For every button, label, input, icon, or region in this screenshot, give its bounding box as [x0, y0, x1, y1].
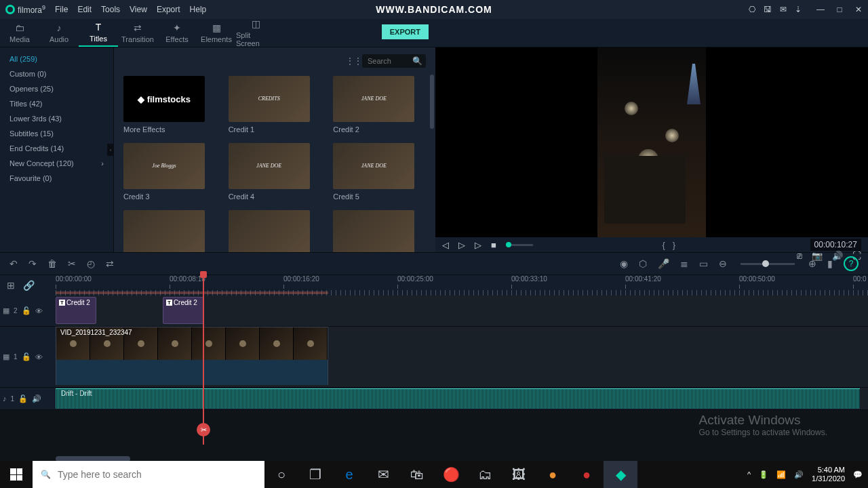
sidebar-item-openers[interactable]: Openers (25): [0, 81, 113, 96]
sidebar-item-favourite[interactable]: Favourite (0): [0, 171, 113, 186]
clip-audio[interactable]: Drift - Drift: [56, 388, 860, 409]
lock-icon[interactable]: 🔓: [22, 306, 31, 315]
sidebar-item-all[interactable]: All (259): [0, 52, 113, 66]
undo-button[interactable]: ↶: [9, 258, 18, 269]
menu-tools[interactable]: Tools: [101, 5, 120, 14]
sidebar-item-custom[interactable]: Custom (0): [0, 66, 113, 81]
systray-chevron-icon[interactable]: ^: [747, 470, 751, 479]
start-button[interactable]: [0, 461, 33, 488]
message-icon[interactable]: ✉: [780, 5, 787, 14]
menu-file[interactable]: File: [55, 5, 68, 14]
eye-icon[interactable]: 👁: [35, 353, 43, 361]
eye-icon[interactable]: 👁: [35, 307, 43, 315]
link-icon[interactable]: 🔗: [23, 280, 35, 291]
asset-more-effects[interactable]: ◆ filmstocks More Effects: [123, 76, 216, 134]
help-button[interactable]: ?: [844, 256, 859, 271]
systray-wifi-icon[interactable]: 📶: [776, 470, 786, 479]
grid-view-icon[interactable]: ⋮⋮⋮: [346, 56, 355, 66]
taskbar-app1[interactable]: ●: [536, 461, 570, 488]
tab-audio[interactable]: ♪Audio: [39, 19, 79, 47]
mixer-icon[interactable]: ≣: [680, 258, 688, 269]
lock-icon[interactable]: 🔓: [22, 352, 31, 361]
aspect-icon[interactable]: ▭: [699, 258, 708, 269]
taskbar-taskview[interactable]: ❐: [298, 461, 332, 488]
zoom-in-button[interactable]: ⊕: [808, 258, 816, 269]
tab-transition[interactable]: ⇄Transition: [118, 19, 157, 47]
search-icon[interactable]: 🔍: [412, 56, 422, 66]
mic-icon[interactable]: ⇣: [795, 5, 802, 14]
taskbar-explorer[interactable]: 🗂: [468, 461, 502, 488]
asset-credit-8[interactable]: [333, 210, 426, 252]
track-content-t2[interactable]: TCredit 2 TCredit 2: [56, 296, 868, 326]
asset-credit-3[interactable]: Joe Bloggs Credit 3: [123, 143, 216, 201]
track-head-v1[interactable]: ▦ 1 🔓 👁: [0, 327, 56, 387]
maximize-button[interactable]: □: [835, 5, 844, 14]
track-content-v1[interactable]: VID_20191231_232347: [56, 327, 868, 387]
sidebar-item-lower3rds[interactable]: Lower 3rds (43): [0, 111, 113, 126]
taskbar-edge[interactable]: е: [332, 461, 366, 488]
play-button[interactable]: ▷: [458, 240, 465, 250]
sidebar-item-endcredits[interactable]: End Credits (14): [0, 141, 113, 156]
tab-elements[interactable]: ▦Elements: [197, 19, 236, 47]
asset-credit-7[interactable]: [229, 210, 321, 252]
taskbar-search[interactable]: 🔍: [33, 461, 264, 488]
asset-credit-6[interactable]: [123, 210, 216, 252]
track-head-a1[interactable]: ♪ 1 🔓 🔊: [0, 388, 56, 409]
crop-icon[interactable]: ⇄: [106, 258, 114, 269]
zoom-slider[interactable]: [741, 263, 795, 265]
clip-credit2-b[interactable]: TCredit 2: [163, 297, 203, 324]
menu-export[interactable]: Export: [157, 5, 180, 14]
systray-battery-icon[interactable]: 🔋: [759, 470, 768, 479]
prev-frame-button[interactable]: ◁: [442, 240, 449, 250]
taskbar-bandicam[interactable]: ●: [570, 461, 604, 488]
volume-icon[interactable]: 🔊: [832, 251, 843, 261]
tab-effects[interactable]: ✦Effects: [157, 19, 197, 47]
asset-credit-1[interactable]: CREDITS Credit 1: [229, 76, 321, 134]
playhead-split-icon[interactable]: ✂: [197, 423, 210, 436]
minimize-button[interactable]: —: [816, 5, 825, 14]
mark-in-out-icon[interactable]: { }: [662, 240, 675, 250]
track-content-a1[interactable]: Drift - Drift: [56, 388, 868, 409]
speaker-icon[interactable]: 🔊: [32, 394, 41, 403]
lock-icon[interactable]: 🔓: [18, 394, 28, 403]
taskbar-photos[interactable]: 🖼: [502, 461, 536, 488]
asset-search[interactable]: 🔍: [362, 54, 426, 68]
sidebar-item-newconcept[interactable]: New Concept (120)›: [0, 156, 113, 171]
clip-credit2-a[interactable]: TCredit 2: [56, 297, 96, 324]
quality-icon[interactable]: ⎚: [797, 251, 802, 261]
search-input[interactable]: [368, 57, 408, 65]
clip-video[interactable]: VID_20191231_232347: [56, 327, 328, 385]
sidebar-collapse-handle[interactable]: ‹: [107, 144, 114, 156]
systray-volume-icon[interactable]: 🔊: [794, 470, 804, 479]
zoom-out-button[interactable]: ⊖: [719, 258, 727, 269]
preview-video[interactable]: [435, 47, 868, 237]
tab-titles[interactable]: TTitles: [79, 19, 118, 47]
account-icon[interactable]: ⎔: [749, 5, 755, 14]
playhead[interactable]: ✂: [203, 275, 204, 445]
fit-icon[interactable]: ▮: [827, 258, 833, 269]
close-button[interactable]: ✕: [854, 5, 863, 14]
track-head-t2[interactable]: ▦ 2 🔓 👁: [0, 296, 56, 326]
speed-icon[interactable]: ◴: [87, 258, 95, 269]
redo-button[interactable]: ↷: [28, 258, 37, 269]
systray-notifications-icon[interactable]: 💬: [853, 470, 863, 479]
split-button[interactable]: ✂: [68, 258, 76, 269]
work-area-bar[interactable]: [56, 291, 328, 294]
track-manager-icon[interactable]: ⊞: [7, 280, 15, 291]
next-frame-button[interactable]: ▷: [475, 240, 481, 250]
asset-credit-5[interactable]: JANE DOE Credit 5: [333, 143, 426, 201]
render-icon[interactable]: ◉: [620, 258, 628, 269]
taskbar-mail[interactable]: ✉: [366, 461, 400, 488]
taskbar-store[interactable]: 🛍: [400, 461, 434, 488]
asset-credit-2[interactable]: JANE DOE Credit 2: [333, 76, 426, 134]
taskbar-cortana[interactable]: ○: [264, 461, 298, 488]
sidebar-item-subtitles[interactable]: Subtitles (15): [0, 126, 113, 141]
sidebar-item-titles[interactable]: Titles (42): [0, 96, 113, 111]
menu-edit[interactable]: Edit: [77, 5, 92, 14]
delete-button[interactable]: 🗑: [47, 258, 57, 269]
systray-clock[interactable]: 5:40 AM 1/31/2020: [812, 466, 845, 483]
save-icon[interactable]: 🖫: [764, 5, 772, 14]
menu-view[interactable]: View: [130, 5, 147, 14]
taskbar-filmora[interactable]: ◆: [604, 461, 637, 488]
stop-button[interactable]: ■: [491, 240, 496, 250]
